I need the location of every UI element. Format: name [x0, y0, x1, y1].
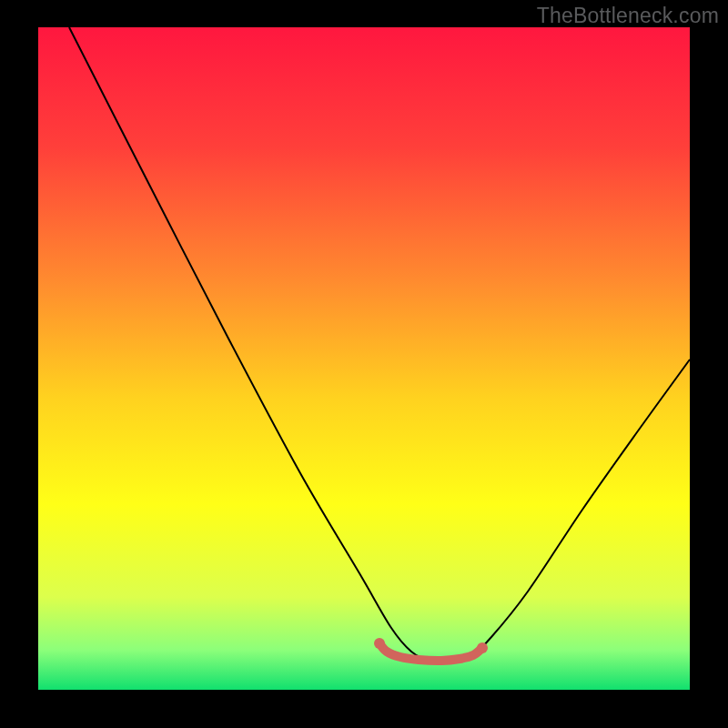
optimal-band-endpoint	[374, 638, 385, 649]
chart-svg	[0, 0, 728, 728]
plot-background	[38, 27, 690, 690]
watermark-text: TheBottleneck.com	[537, 4, 719, 28]
optimal-band-endpoint	[477, 642, 488, 653]
chart-frame: TheBottleneck.com	[0, 0, 728, 728]
